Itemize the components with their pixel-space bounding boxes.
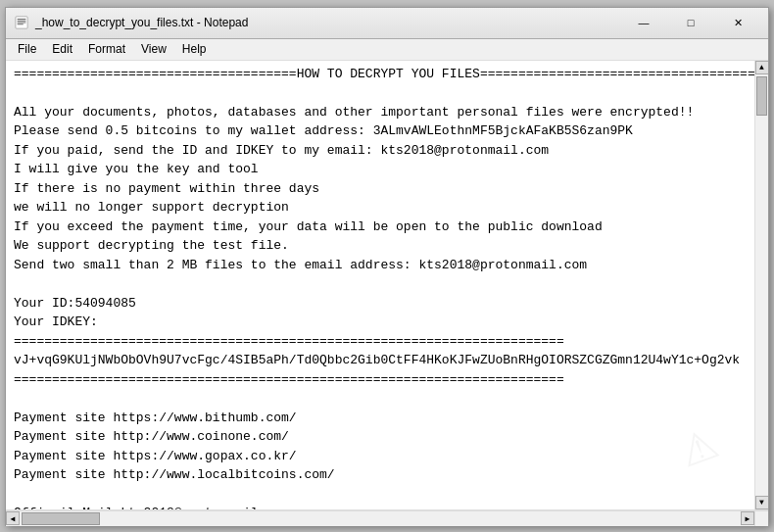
menu-bar: File Edit Format View Help (6, 39, 768, 61)
minimize-button[interactable]: — (621, 8, 666, 37)
menu-file[interactable]: File (10, 40, 44, 58)
scroll-thumb-vertical[interactable] (756, 76, 767, 116)
window-title: _how_to_decrypt_you_files.txt - Notepad (35, 16, 621, 29)
app-icon (14, 15, 29, 30)
vertical-scrollbar[interactable]: ▲ ▼ (754, 61, 768, 509)
menu-edit[interactable]: Edit (44, 40, 80, 58)
scroll-right-button[interactable]: ▶ (741, 511, 754, 525)
window-controls: — □ ✕ (621, 8, 760, 37)
content-area: =====================================HOW… (6, 61, 768, 509)
scroll-up-button[interactable]: ▲ (755, 61, 769, 74)
scroll-track-vertical[interactable] (755, 74, 768, 496)
scroll-down-button[interactable]: ▼ (755, 496, 769, 509)
scroll-left-button[interactable]: ◀ (6, 511, 20, 525)
menu-format[interactable]: Format (80, 40, 133, 58)
horizontal-scrollbar[interactable]: ◀ ▶ (6, 510, 754, 526)
maximize-button[interactable]: □ (668, 8, 713, 37)
notepad-text[interactable]: =====================================HOW… (6, 61, 754, 509)
bottom-bar: ◀ ▶ (6, 509, 768, 525)
close-button[interactable]: ✕ (715, 8, 760, 37)
scroll-thumb-horizontal[interactable] (22, 512, 100, 525)
scroll-track-horizontal[interactable] (20, 511, 741, 526)
title-bar: _how_to_decrypt_you_files.txt - Notepad … (6, 8, 768, 39)
menu-help[interactable]: Help (174, 40, 215, 58)
text-area-wrapper[interactable]: =====================================HOW… (6, 61, 754, 509)
notepad-window: _how_to_decrypt_you_files.txt - Notepad … (5, 7, 769, 526)
scrollbar-corner (754, 510, 768, 526)
menu-view[interactable]: View (133, 40, 174, 58)
